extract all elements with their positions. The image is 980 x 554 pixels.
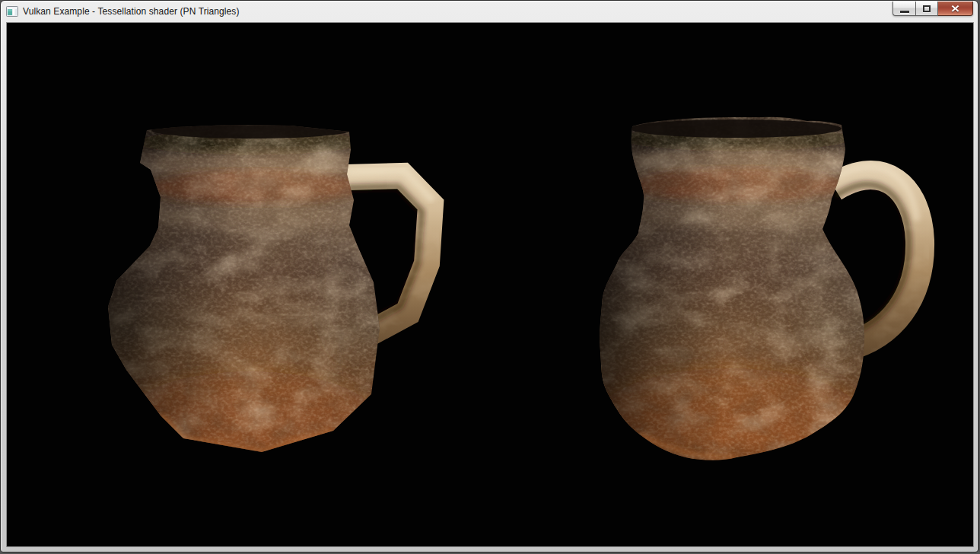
maximize-icon	[923, 5, 931, 12]
vulkan-scene	[7, 23, 973, 546]
render-viewport[interactable]	[6, 22, 974, 547]
maximize-button[interactable]	[915, 2, 938, 16]
window-controls: ✕	[892, 2, 973, 16]
minimize-button[interactable]	[892, 2, 915, 16]
minimize-icon	[900, 11, 909, 13]
close-icon: ✕	[950, 4, 960, 14]
window-title: Vulkan Example - Tessellation shader (PN…	[23, 6, 240, 17]
close-button[interactable]: ✕	[938, 2, 973, 16]
app-icon[interactable]	[6, 5, 18, 18]
application-window: Vulkan Example - Tessellation shader (PN…	[0, 0, 978, 552]
titlebar[interactable]: Vulkan Example - Tessellation shader (PN…	[1, 1, 978, 22]
